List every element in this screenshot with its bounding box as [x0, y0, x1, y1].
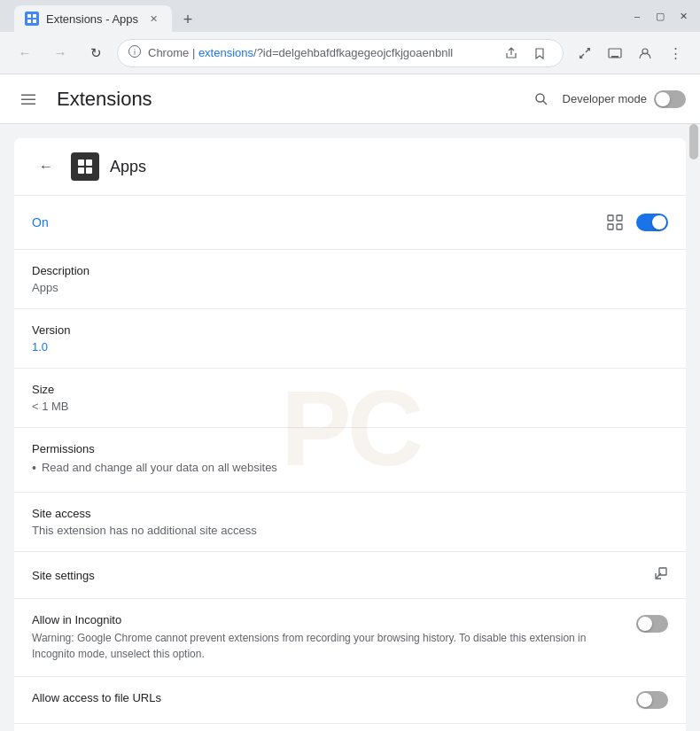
svg-rect-22	[617, 224, 622, 229]
allow-incognito-content: Allow in Incognito Warning: Google Chrom…	[32, 613, 626, 662]
on-status-label: On	[32, 215, 601, 229]
svg-rect-16	[86, 159, 92, 166]
extensions-button[interactable]	[571, 39, 599, 67]
svg-rect-3	[27, 19, 31, 23]
extension-detail-body[interactable]: PC ← Apps	[0, 124, 700, 731]
ext-detail-header: ← Apps	[14, 138, 686, 196]
menu-button[interactable]: ⋮	[661, 39, 689, 67]
address-chrome-label: Chrome	[148, 46, 189, 59]
site-access-label: Site access	[32, 507, 668, 520]
version-label: Version	[32, 323, 668, 337]
version-row: Version 1.0	[14, 309, 686, 369]
description-label: Description	[32, 264, 668, 277]
svg-rect-20	[617, 215, 622, 221]
tab-close-button[interactable]: ✕	[145, 11, 161, 27]
window-controls: – ▢ ✕	[627, 6, 693, 26]
browser-frame: Extensions - Apps ✕ + – ▢ ✕ ← → ↻ i Chro…	[0, 0, 700, 731]
allow-file-urls-label: Allow access to file URLs	[32, 691, 626, 704]
svg-rect-8	[611, 56, 618, 58]
site-settings-row[interactable]: Site settings	[14, 552, 686, 599]
permissions-list: Read and change all your data on all web…	[32, 459, 668, 478]
address-bar[interactable]: i Chrome | extensions/?id=delgehbafdfkag…	[117, 39, 564, 67]
back-to-extensions-button[interactable]: ←	[32, 152, 60, 181]
extensions-header: Extensions Developer mode	[0, 74, 700, 124]
extension-icon	[71, 152, 99, 181]
hamburger-menu-button[interactable]	[14, 85, 43, 113]
svg-rect-11	[21, 98, 35, 100]
minimize-button[interactable]: –	[627, 6, 647, 26]
page-content: Extensions Developer mode PC ←	[0, 74, 700, 731]
description-value: Apps	[32, 281, 668, 294]
address-url-params: /?id=delgehbafdfkagegeojcfkjgoaenbnll	[253, 46, 453, 59]
security-icon: i	[128, 45, 141, 60]
address-text: Chrome | extensions/?id=delgehbafdfkageg…	[148, 46, 492, 59]
active-tab[interactable]: Extensions - Apps ✕	[14, 5, 172, 32]
allow-incognito-label: Allow in Incognito	[32, 613, 626, 626]
site-access-row: Site access This extension has no additi…	[14, 493, 686, 552]
dev-mode-toggle[interactable]	[654, 90, 686, 108]
svg-point-13	[536, 94, 544, 102]
allow-file-urls-toggle[interactable]	[636, 691, 668, 709]
bookmark-button[interactable]	[527, 41, 552, 66]
svg-rect-1	[27, 14, 31, 18]
site-settings-label: Site settings	[32, 569, 654, 582]
address-actions	[499, 41, 552, 66]
share-button[interactable]	[499, 41, 524, 66]
external-link-icon	[654, 566, 668, 584]
reload-button[interactable]: ↻	[82, 39, 110, 67]
back-nav-button[interactable]: ←	[11, 39, 39, 67]
extensions-page-title: Extensions	[57, 88, 513, 111]
close-button[interactable]: ✕	[673, 6, 693, 26]
permissions-row: Permissions Read and change all your dat…	[14, 428, 686, 493]
svg-rect-12	[21, 103, 35, 105]
grid-view-button[interactable]	[601, 208, 629, 237]
source-row: Source Not from Chrome Web Store.	[14, 724, 686, 731]
allow-incognito-toggle[interactable]	[636, 615, 668, 633]
tab-bar: Extensions - Apps ✕ +	[7, 0, 620, 32]
ext-panel-wrapper: ← Apps On	[0, 124, 700, 731]
size-row: Size < 1 MB	[14, 369, 686, 428]
svg-rect-2	[33, 14, 36, 18]
profile-button[interactable]	[631, 39, 659, 67]
allow-incognito-row: Allow in Incognito Warning: Google Chrom…	[14, 599, 686, 677]
address-url-highlight: extensions	[198, 46, 253, 59]
extension-enabled-toggle[interactable]	[636, 214, 668, 231]
permission-text: Read and change all your data on all web…	[42, 459, 277, 477]
on-row: On	[14, 196, 686, 250]
new-tab-button[interactable]: +	[175, 7, 200, 32]
size-value: < 1 MB	[32, 400, 668, 413]
tab-favicon-icon	[25, 12, 39, 26]
size-label: Size	[32, 383, 668, 396]
nav-bar: ← → ↻ i Chrome | extensions/?id=delgehba…	[0, 32, 700, 74]
svg-rect-18	[86, 167, 92, 174]
svg-rect-4	[33, 19, 36, 23]
dev-mode-area: Developer mode	[527, 85, 686, 113]
forward-nav-button[interactable]: →	[46, 39, 74, 67]
allow-file-urls-content: Allow access to file URLs	[32, 691, 626, 708]
description-row: Description Apps	[14, 250, 686, 309]
svg-line-14	[543, 101, 547, 105]
svg-rect-15	[78, 159, 84, 166]
dev-mode-label: Developer mode	[563, 92, 647, 105]
svg-rect-0	[25, 12, 39, 26]
search-extensions-button[interactable]	[527, 85, 556, 113]
allow-file-urls-row: Allow access to file URLs	[14, 677, 686, 724]
tab-title: Extensions - Apps	[46, 12, 138, 26]
title-bar: Extensions - Apps ✕ + – ▢ ✕	[0, 0, 700, 32]
version-value: 1.0	[32, 340, 668, 354]
cast-button[interactable]	[601, 39, 629, 67]
svg-rect-17	[78, 167, 84, 174]
svg-rect-21	[608, 224, 613, 229]
permissions-label: Permissions	[32, 442, 668, 455]
svg-rect-10	[21, 94, 35, 96]
site-access-value: This extension has no additional site ac…	[32, 524, 668, 537]
permissions-value: Read and change all your data on all web…	[32, 459, 668, 478]
svg-rect-19	[608, 215, 613, 221]
allow-incognito-desc: Warning: Google Chrome cannot prevent ex…	[32, 630, 626, 662]
maximize-button[interactable]: ▢	[650, 6, 670, 26]
permission-item: Read and change all your data on all web…	[32, 459, 668, 478]
svg-text:i: i	[134, 48, 136, 57]
ext-detail-panel: ← Apps On	[14, 138, 686, 731]
ext-name-heading: Apps	[110, 158, 668, 176]
toolbar-icons: ⋮	[571, 39, 689, 67]
